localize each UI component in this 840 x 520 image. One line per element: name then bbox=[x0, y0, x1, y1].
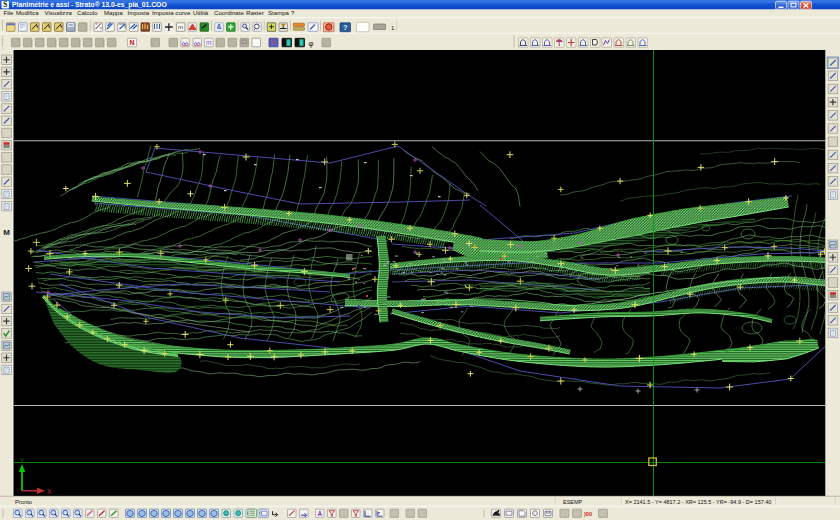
svg-text:Planimetrie e assi - Strato® 1: Planimetrie e assi - Strato® 13.0-es_pla… bbox=[12, 1, 167, 9]
svg-text:X= 2141.5 - Y= 4817.2 - XR: X= 2141.5 - Y= 4817.2 - XR= 125.5 - YR= … bbox=[625, 499, 771, 505]
svg-text:?: ? bbox=[343, 23, 348, 32]
svg-text:ESEMP: ESEMP bbox=[563, 499, 583, 505]
svg-text:Pronto: Pronto bbox=[15, 499, 32, 505]
svg-text:Calcolo: Calcolo bbox=[77, 9, 98, 16]
svg-text:Coordinate: Coordinate bbox=[214, 9, 244, 16]
svg-text:Imposta: Imposta bbox=[128, 9, 150, 16]
svg-text:Utilità: Utilità bbox=[193, 9, 209, 16]
svg-text:A: A bbox=[317, 510, 322, 517]
svg-text:Y: Y bbox=[20, 457, 25, 464]
svg-text:Modifica: Modifica bbox=[16, 9, 39, 16]
svg-text:Imposta curve: Imposta curve bbox=[152, 9, 191, 16]
svg-text:)00: )00 bbox=[584, 511, 592, 517]
svg-text:Stampa: Stampa bbox=[268, 9, 290, 16]
svg-text:X: X bbox=[47, 488, 52, 495]
svg-text:N: N bbox=[129, 39, 134, 46]
svg-text:Visualizza: Visualizza bbox=[45, 9, 73, 16]
svg-text:m: m bbox=[178, 24, 183, 30]
svg-text:M: M bbox=[3, 228, 10, 237]
svg-text:Mappa: Mappa bbox=[104, 9, 123, 16]
svg-text:S: S bbox=[3, 1, 7, 9]
svg-text:File: File bbox=[4, 9, 14, 16]
svg-text:Raster: Raster bbox=[246, 9, 264, 16]
svg-text:&: & bbox=[217, 23, 222, 30]
svg-text:φ: φ bbox=[309, 39, 314, 48]
svg-text:m: m bbox=[206, 39, 211, 46]
